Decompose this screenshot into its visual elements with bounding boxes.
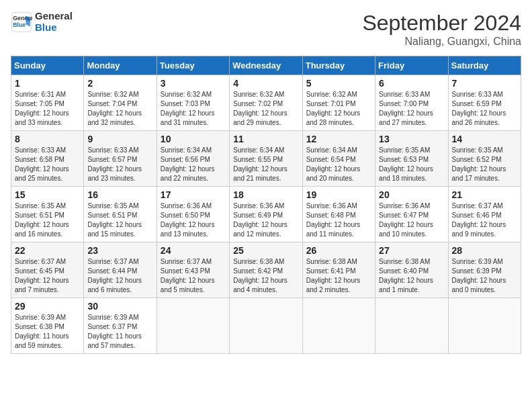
day-cell: 26Sunrise: 6:38 AM Sunset: 6:41 PM Dayli…: [302, 242, 375, 298]
day-number: 1: [15, 78, 80, 89]
day-number: 6: [379, 78, 444, 89]
day-cell: 30Sunrise: 6:39 AM Sunset: 6:37 PM Dayli…: [84, 298, 157, 354]
day-cell: [230, 298, 302, 354]
logo: General Blue General Blue: [11, 11, 73, 33]
day-number: 27: [379, 245, 444, 256]
day-info: Sunrise: 6:33 AM Sunset: 6:59 PM Dayligh…: [452, 90, 517, 128]
day-number: 9: [87, 134, 152, 144]
header-day-sunday: Sunday: [11, 56, 84, 75]
day-number: 29: [15, 301, 80, 312]
day-cell: 3Sunrise: 6:32 AM Sunset: 7:03 PM Daylig…: [157, 75, 229, 131]
header-day-friday: Friday: [375, 56, 448, 75]
day-number: 20: [379, 189, 444, 200]
day-info: Sunrise: 6:37 AM Sunset: 6:43 PM Dayligh…: [161, 257, 226, 295]
day-cell: 23Sunrise: 6:37 AM Sunset: 6:44 PM Dayli…: [84, 242, 157, 298]
day-cell: 7Sunrise: 6:33 AM Sunset: 6:59 PM Daylig…: [448, 75, 521, 131]
day-number: 10: [161, 134, 226, 144]
week-row-2: 8Sunrise: 6:33 AM Sunset: 6:58 PM Daylig…: [11, 131, 521, 187]
day-cell: 27Sunrise: 6:38 AM Sunset: 6:40 PM Dayli…: [375, 242, 448, 298]
day-cell: 6Sunrise: 6:33 AM Sunset: 7:00 PM Daylig…: [375, 75, 448, 131]
week-row-4: 22Sunrise: 6:37 AM Sunset: 6:45 PM Dayli…: [11, 242, 521, 298]
day-info: Sunrise: 6:36 AM Sunset: 6:50 PM Dayligh…: [161, 201, 226, 239]
logo-blue: Blue: [35, 22, 73, 34]
day-number: 17: [161, 189, 226, 200]
day-info: Sunrise: 6:33 AM Sunset: 7:00 PM Dayligh…: [379, 90, 444, 128]
day-cell: [302, 298, 375, 354]
day-number: 30: [87, 301, 152, 312]
day-cell: 29Sunrise: 6:39 AM Sunset: 6:38 PM Dayli…: [11, 298, 84, 354]
day-info: Sunrise: 6:36 AM Sunset: 6:49 PM Dayligh…: [233, 201, 298, 239]
day-number: 22: [15, 245, 80, 256]
day-cell: 13Sunrise: 6:35 AM Sunset: 6:53 PM Dayli…: [375, 131, 448, 187]
day-number: 12: [306, 134, 371, 144]
day-cell: 11Sunrise: 6:34 AM Sunset: 6:55 PM Dayli…: [230, 131, 302, 187]
day-number: 18: [233, 189, 298, 200]
calendar-body: 1Sunrise: 6:31 AM Sunset: 7:05 PM Daylig…: [11, 75, 521, 354]
logo-icon: General Blue: [11, 11, 32, 33]
week-row-1: 1Sunrise: 6:31 AM Sunset: 7:05 PM Daylig…: [11, 75, 521, 131]
day-cell: 18Sunrise: 6:36 AM Sunset: 6:49 PM Dayli…: [230, 187, 302, 242]
day-cell: 21Sunrise: 6:37 AM Sunset: 6:46 PM Dayli…: [448, 187, 521, 242]
day-cell: 24Sunrise: 6:37 AM Sunset: 6:43 PM Dayli…: [157, 242, 229, 298]
day-cell: 4Sunrise: 6:32 AM Sunset: 7:02 PM Daylig…: [230, 75, 302, 131]
day-cell: 25Sunrise: 6:38 AM Sunset: 6:42 PM Dayli…: [230, 242, 302, 298]
day-number: 21: [452, 189, 517, 200]
calendar-header: SundayMondayTuesdayWednesdayThursdayFrid…: [11, 56, 521, 75]
logo-general: General: [35, 11, 73, 22]
header-day-thursday: Thursday: [302, 56, 375, 75]
day-number: 11: [233, 134, 298, 144]
day-info: Sunrise: 6:32 AM Sunset: 7:01 PM Dayligh…: [306, 90, 371, 128]
header-row: SundayMondayTuesdayWednesdayThursdayFrid…: [11, 56, 521, 75]
day-cell: 10Sunrise: 6:34 AM Sunset: 6:56 PM Dayli…: [157, 131, 229, 187]
day-info: Sunrise: 6:35 AM Sunset: 6:53 PM Dayligh…: [379, 146, 444, 183]
day-cell: 20Sunrise: 6:36 AM Sunset: 6:47 PM Dayli…: [375, 187, 448, 242]
day-number: 24: [161, 245, 226, 256]
day-info: Sunrise: 6:37 AM Sunset: 6:45 PM Dayligh…: [15, 257, 80, 295]
day-number: 3: [161, 78, 226, 89]
day-info: Sunrise: 6:32 AM Sunset: 7:02 PM Dayligh…: [233, 90, 298, 128]
day-info: Sunrise: 6:37 AM Sunset: 6:44 PM Dayligh…: [87, 257, 152, 295]
header-day-tuesday: Tuesday: [157, 56, 229, 75]
day-info: Sunrise: 6:35 AM Sunset: 6:52 PM Dayligh…: [452, 146, 517, 183]
day-info: Sunrise: 6:32 AM Sunset: 7:03 PM Dayligh…: [161, 90, 226, 128]
day-info: Sunrise: 6:34 AM Sunset: 6:55 PM Dayligh…: [233, 146, 298, 183]
day-number: 28: [452, 245, 517, 256]
day-number: 4: [233, 78, 298, 89]
day-number: 8: [15, 134, 80, 144]
day-info: Sunrise: 6:36 AM Sunset: 6:47 PM Dayligh…: [379, 201, 444, 239]
header-day-wednesday: Wednesday: [230, 56, 302, 75]
day-number: 13: [379, 134, 444, 144]
day-info: Sunrise: 6:32 AM Sunset: 7:04 PM Dayligh…: [87, 90, 152, 128]
day-number: 19: [306, 189, 371, 200]
day-cell: [157, 298, 229, 354]
day-cell: [448, 298, 521, 354]
title-block: September 2024 Naliang, Guangxi, China: [362, 11, 521, 48]
day-info: Sunrise: 6:38 AM Sunset: 6:40 PM Dayligh…: [379, 257, 444, 295]
week-row-5: 29Sunrise: 6:39 AM Sunset: 6:38 PM Dayli…: [11, 298, 521, 354]
day-cell: 5Sunrise: 6:32 AM Sunset: 7:01 PM Daylig…: [302, 75, 375, 131]
day-cell: 9Sunrise: 6:33 AM Sunset: 6:57 PM Daylig…: [84, 131, 157, 187]
day-cell: 17Sunrise: 6:36 AM Sunset: 6:50 PM Dayli…: [157, 187, 229, 242]
day-info: Sunrise: 6:39 AM Sunset: 6:38 PM Dayligh…: [15, 313, 80, 351]
day-number: 23: [87, 245, 152, 256]
location-subtitle: Naliang, Guangxi, China: [362, 36, 521, 48]
day-info: Sunrise: 6:33 AM Sunset: 6:57 PM Dayligh…: [87, 146, 152, 183]
day-info: Sunrise: 6:39 AM Sunset: 6:39 PM Dayligh…: [452, 257, 517, 295]
day-cell: 2Sunrise: 6:32 AM Sunset: 7:04 PM Daylig…: [84, 75, 157, 131]
day-cell: 19Sunrise: 6:36 AM Sunset: 6:48 PM Dayli…: [302, 187, 375, 242]
day-number: 15: [15, 189, 80, 200]
day-info: Sunrise: 6:35 AM Sunset: 6:51 PM Dayligh…: [15, 201, 80, 239]
day-info: Sunrise: 6:31 AM Sunset: 7:05 PM Dayligh…: [15, 90, 80, 128]
day-number: 25: [233, 245, 298, 256]
day-number: 16: [87, 189, 152, 200]
day-info: Sunrise: 6:36 AM Sunset: 6:48 PM Dayligh…: [306, 201, 371, 239]
day-info: Sunrise: 6:35 AM Sunset: 6:51 PM Dayligh…: [87, 201, 152, 239]
day-info: Sunrise: 6:38 AM Sunset: 6:41 PM Dayligh…: [306, 257, 371, 295]
day-cell: 12Sunrise: 6:34 AM Sunset: 6:54 PM Dayli…: [302, 131, 375, 187]
day-number: 26: [306, 245, 371, 256]
day-cell: 1Sunrise: 6:31 AM Sunset: 7:05 PM Daylig…: [11, 75, 84, 131]
page-header: General Blue General Blue September 2024…: [11, 11, 521, 48]
day-number: 7: [452, 78, 517, 89]
day-info: Sunrise: 6:39 AM Sunset: 6:37 PM Dayligh…: [87, 313, 152, 351]
calendar-table: SundayMondayTuesdayWednesdayThursdayFrid…: [11, 56, 521, 354]
